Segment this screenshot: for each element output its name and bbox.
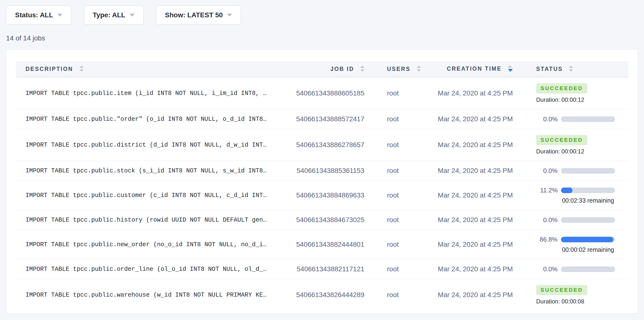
sort-icon (417, 66, 421, 72)
jobs-table-body: IMPORT TABLE tpcc.public.item (i_id INT8… (16, 77, 628, 311)
table-row: IMPORT TABLE tpcc.public.district (d_id … (16, 129, 628, 161)
jobs-card: DESCRIPTION JOB ID USERS CREATION T (6, 50, 638, 314)
column-header-creation-time[interactable]: CREATION TIME (436, 61, 517, 77)
job-id: 540661343884673025 (284, 210, 369, 230)
table-row: IMPORT TABLE tpcc.public.stock (s_i_id I… (16, 161, 628, 181)
job-description: IMPORT TABLE tpcc.public.new_order (no_o… (16, 230, 284, 259)
progress-bar (561, 168, 615, 174)
job-id: 540661343884869633 (284, 181, 369, 210)
job-description: IMPORT TABLE tpcc.public.item (i_id INT8… (16, 77, 284, 109)
job-creation-time: Mar 24, 2020 at 4:25 PM (436, 259, 517, 279)
type-filter-dropdown[interactable]: Type: ALL (84, 5, 144, 25)
job-user: root (369, 161, 436, 181)
sort-icon (569, 66, 573, 72)
type-filter-label: Type: ALL (93, 11, 125, 19)
progress-percent: 0.0% (536, 265, 558, 273)
status-progress: 0.0% (536, 115, 628, 123)
column-header-users[interactable]: USERS (369, 61, 436, 77)
job-id: 540661343885361153 (284, 161, 369, 181)
job-status: SUCCEEDED Duration: 00:00:08 (517, 279, 628, 311)
status-badge: SUCCEEDED (536, 83, 587, 94)
table-row: IMPORT TABLE tpcc.public.new_order (no_o… (16, 230, 628, 259)
table-row: IMPORT TABLE tpcc.public.order_line (ol_… (16, 259, 628, 279)
job-creation-time: Mar 24, 2020 at 4:25 PM (436, 129, 517, 161)
job-description: IMPORT TABLE tpcc.public.warehouse (w_id… (16, 279, 284, 311)
column-header-description[interactable]: DESCRIPTION (16, 61, 284, 77)
job-description: IMPORT TABLE tpcc.public.stock (s_i_id I… (16, 161, 284, 181)
progress-percent: 11.2% (536, 187, 558, 194)
progress-bar (561, 116, 615, 122)
jobs-count: 14 of 14 jobs (6, 34, 644, 42)
status-filter-label: Status: ALL (15, 11, 53, 19)
status-duration: Duration: 00:00:08 (536, 298, 628, 305)
status-succeeded: SUCCEEDED Duration: 00:00:08 (536, 285, 628, 305)
progress-percent: 0.0% (536, 216, 558, 224)
job-creation-time: Mar 24, 2020 at 4:25 PM (436, 210, 517, 230)
status-badge: SUCCEEDED (536, 135, 587, 145)
progress-percent: 86.8% (536, 236, 558, 243)
progress-bar-fill (561, 187, 572, 193)
status-duration: Duration: 00:00:12 (536, 148, 628, 155)
job-id: 540661343888572417 (284, 109, 369, 129)
filter-bar: Status: ALL Type: ALL Show: LATEST 50 (0, 0, 644, 25)
job-description: IMPORT TABLE tpcc.public."order" (o_id I… (16, 109, 284, 129)
job-status: 86.8% 00:00:02 remaining (517, 230, 628, 259)
job-status: 11.2% 00:02:33 remaining (517, 181, 628, 210)
table-row: IMPORT TABLE tpcc.public.item (i_id INT8… (16, 77, 628, 109)
job-description: IMPORT TABLE tpcc.public.order_line (ol_… (16, 259, 284, 279)
chevron-down-icon (130, 14, 134, 17)
status-duration: Duration: 00:00:12 (536, 96, 628, 103)
job-creation-time: Mar 24, 2020 at 4:25 PM (436, 161, 517, 181)
progress-bar-fill (561, 237, 613, 242)
job-user: root (369, 109, 436, 129)
job-status: SUCCEEDED Duration: 00:00:12 (517, 77, 628, 109)
sort-icon (360, 66, 364, 72)
job-id: 540661343888605185 (284, 77, 369, 109)
table-row: IMPORT TABLE tpcc.public.customer (c_id … (16, 181, 628, 210)
job-status: 0.0% (517, 161, 628, 181)
progress-remaining: 00:00:02 remaining (561, 246, 615, 253)
job-id: 540661343882444801 (284, 230, 369, 259)
progress-remaining: 00:02:33 remaining (561, 197, 615, 204)
job-user: root (369, 210, 436, 230)
column-header-job-id[interactable]: JOB ID (284, 61, 369, 77)
table-row: IMPORT TABLE tpcc.public."order" (o_id I… (16, 109, 628, 129)
show-filter-label: Show: LATEST 50 (165, 11, 223, 19)
status-progress: 0.0% (536, 216, 628, 224)
status-filter-dropdown[interactable]: Status: ALL (6, 5, 71, 25)
job-id: 540661343882117121 (284, 259, 369, 279)
table-row: IMPORT TABLE tpcc.public.warehouse (w_id… (16, 279, 628, 311)
status-succeeded: SUCCEEDED Duration: 00:00:12 (536, 83, 628, 103)
job-status: 0.0% (517, 109, 628, 129)
chevron-down-icon (227, 14, 232, 17)
job-user: root (369, 181, 436, 210)
status-progress: 0.0% (536, 265, 628, 273)
column-header-status[interactable]: STATUS (517, 61, 628, 77)
show-filter-dropdown[interactable]: Show: LATEST 50 (156, 5, 241, 25)
job-creation-time: Mar 24, 2020 at 4:25 PM (436, 230, 517, 259)
job-user: root (369, 129, 436, 161)
jobs-page: Status: ALL Type: ALL Show: LATEST 50 14… (0, 0, 644, 320)
sort-icon (80, 66, 84, 72)
progress-bar (561, 217, 615, 223)
job-description: IMPORT TABLE tpcc.public.district (d_id … (16, 129, 284, 161)
job-user: root (369, 230, 436, 259)
job-description: IMPORT TABLE tpcc.public.customer (c_id … (16, 181, 284, 210)
job-description: IMPORT TABLE tpcc.public.history (rowid … (16, 210, 284, 230)
status-progress: 11.2% 00:02:33 remaining (536, 187, 628, 204)
progress-percent: 0.0% (536, 167, 558, 175)
job-user: root (369, 77, 436, 109)
job-id: 540661343886278657 (284, 129, 369, 161)
status-succeeded: SUCCEEDED Duration: 00:00:12 (536, 135, 628, 155)
status-badge: SUCCEEDED (536, 285, 587, 295)
chevron-down-icon (58, 14, 62, 17)
sort-icon-active-desc (508, 65, 513, 72)
job-status: 0.0% (517, 210, 628, 230)
progress-bar (561, 237, 615, 242)
job-creation-time: Mar 24, 2020 at 4:25 PM (436, 109, 517, 129)
job-creation-time: Mar 24, 2020 at 4:25 PM (436, 181, 517, 210)
job-status: 0.0% (517, 259, 628, 279)
job-creation-time: Mar 24, 2020 at 4:25 PM (436, 279, 517, 311)
progress-bar (561, 187, 615, 193)
job-user: root (369, 259, 436, 279)
